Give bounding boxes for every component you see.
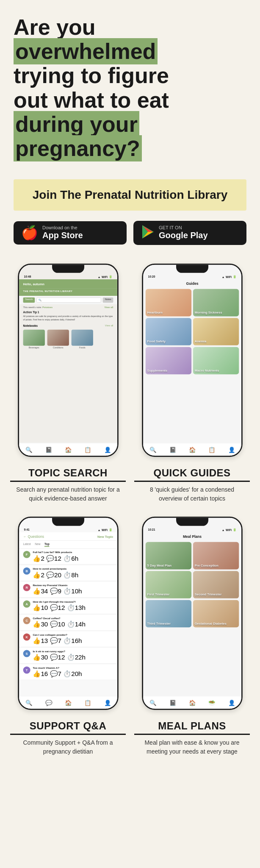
guide-cell-2[interactable]: Morning Sickness: [193, 289, 238, 317]
meal-cell-4[interactable]: Second Trimester: [193, 571, 238, 598]
feature-desc-1: Search any prenatal nutrition topic for …: [10, 485, 126, 503]
guides-grid: Heartburn Morning Sickness Food Safety A…: [143, 288, 241, 375]
guides-title: Guides: [143, 279, 241, 288]
phone-mockup-3: 9:41 ▲WiFi🔋 ← Questions New Topic Latest…: [18, 517, 119, 710]
cta-box: Join The Prenatal Nutrition Library: [14, 179, 246, 211]
guide-cell-6[interactable]: Macro Nutrients: [193, 347, 238, 374]
status-bar-3: 9:41 ▲WiFi🔋: [19, 526, 117, 532]
feature-title-3: SUPPORT Q&A: [10, 720, 126, 735]
qa-item-7[interactable]: S Is it ok to eat runny eggs? 👍30 💬12 ⏱️…: [19, 648, 117, 663]
status-bar-2: 10:20 ▲WiFi🔋: [143, 273, 241, 279]
topic-search-screen: 10:48 ▲WiFi🔋 Hello, autumn THE PRENATAL …: [19, 265, 117, 456]
meal-grid: 5 Day Meal Plan Pre Conception First Tri…: [143, 541, 241, 628]
phone-notch-4: [176, 518, 208, 526]
hero-section: Are you overwhelmed trying to figure out…: [0, 0, 260, 169]
feature-topic-search: 10:48 ▲WiFi🔋 Hello, autumn THE PRENATAL …: [10, 259, 126, 503]
apple-icon: 🍎: [21, 226, 38, 239]
appstore-small-text: Download on the: [42, 225, 83, 230]
appstore-button[interactable]: 🍎 Download on the App Store: [14, 221, 127, 245]
feature-title-4: MEAL PLANS: [134, 720, 250, 735]
google-play-icon: [141, 225, 155, 241]
feature-title-1: TOPIC SEARCH: [10, 467, 126, 482]
guide-cell-1[interactable]: Heartburn: [145, 289, 191, 317]
meal-screen: 10:21 ▲WiFi🔋 Meal Plans 5 Day Meal Plan …: [143, 518, 241, 709]
feature-meal-plans: 10:21 ▲WiFi🔋 Meal Plans 5 Day Meal Plan …: [134, 512, 250, 756]
app-buttons: 🍎 Download on the App Store GET IT ON Go…: [0, 221, 260, 259]
feature-title-2: QUICK GUIDES: [134, 467, 250, 482]
qa-tabs: Latest New Top: [19, 541, 117, 549]
ts-notebooks-header: Notebooks View all: [19, 324, 117, 328]
meal-cell-3[interactable]: First Trimester: [145, 571, 191, 598]
googleplay-small-text: GET IT ON: [159, 225, 208, 230]
meal-cell-1[interactable]: 5 Day Meal Plan: [145, 542, 191, 570]
qa-item-3[interactable]: R Review my Prenatal Vitamin 👍34 💬9 ⏱️10…: [19, 582, 117, 598]
feature-desc-3: Community Support + Q&A from a pregnancy…: [10, 738, 126, 756]
ts-logo-bar: THE PRENATAL NUTRITION LIBRARY: [19, 289, 117, 296]
qa-item-8[interactable]: T Too much Vitamin A? 👍16 💬7 ⏱️20h: [19, 664, 117, 680]
ts-header: Hello, autumn: [19, 279, 117, 289]
feature-quick-guides: 10:20 ▲WiFi🔋 Guides Heartburn Morning Si…: [134, 259, 250, 503]
status-bar-4: 10:21 ▲WiFi🔋: [143, 526, 241, 532]
qa-item-1[interactable]: F Full fat? Low fat? Milk products 👍2 💬1…: [19, 549, 117, 565]
ts-tip-text: All potatoes are safe for pregnancy and …: [19, 314, 117, 323]
status-bar-1: 10:48 ▲WiFi🔋: [19, 273, 117, 279]
qa-header: ← Questions New Topic: [19, 532, 117, 541]
meal-bottom-nav[interactable]: 🔍 📓 🏠 🥗 👤: [143, 696, 241, 708]
guide-cell-3[interactable]: Food Safety: [145, 318, 191, 345]
ts-bottom-nav[interactable]: 🔍 📓 🏠 📋 👤: [19, 442, 117, 455]
phone-notch-1: [52, 265, 84, 273]
meal-cell-2[interactable]: Pre Conception: [193, 542, 238, 570]
feature-desc-2: 8 'quick guides' for a condensed overvie…: [134, 485, 250, 503]
googleplay-button[interactable]: GET IT ON Google Play: [133, 221, 246, 245]
ts-tip-title: Action Tip 1: [19, 310, 117, 314]
qa-item-6[interactable]: K Can I use collagen powder? 👍13 💬7 ⏱️16…: [19, 631, 117, 647]
googleplay-large-text: Google Play: [159, 230, 208, 240]
phone-mockup-4: 10:21 ▲WiFi🔋 Meal Plans 5 Day Meal Plan …: [142, 517, 243, 710]
qa-item-2[interactable]: B How to avoid preeclampsia 👍2 💬20 ⏱️8h: [19, 565, 117, 581]
phone-notch-2: [176, 265, 208, 273]
meal-title: Meal Plans: [143, 532, 241, 541]
ts-search-bar[interactable]: Search 🔍 Notes: [19, 296, 117, 304]
phone-notch-3: [52, 518, 84, 526]
appstore-large-text: App Store: [42, 230, 83, 240]
phone-mockup-1: 10:48 ▲WiFi🔋 Hello, autumn THE PRENATAL …: [18, 264, 119, 457]
meal-cell-6[interactable]: Gestational Diabetes: [193, 600, 238, 627]
hero-title: Are you overwhelmed trying to figure out…: [14, 15, 246, 161]
qa-bottom-nav[interactable]: 🔍 💬 🏠 📋 👤: [19, 696, 117, 708]
qa-screen: 9:41 ▲WiFi🔋 ← Questions New Topic Latest…: [19, 518, 117, 709]
guide-cell-4[interactable]: Anemia: [193, 318, 238, 345]
phone-mockup-2: 10:20 ▲WiFi🔋 Guides Heartburn Morning Si…: [142, 264, 243, 457]
meal-cell-5[interactable]: Third Trimester: [145, 600, 191, 627]
qa-item-4[interactable]: A How do I get through the nausea?! 👍10 …: [19, 598, 117, 614]
guide-cell-5[interactable]: Supplements: [145, 347, 191, 374]
guides-bottom-nav[interactable]: 🔍 📓 🏠 📋 👤: [143, 442, 241, 455]
cta-title: Join The Prenatal Nutrition Library: [24, 188, 236, 202]
ts-notebooks-row: Beverages Conditions Foods: [19, 328, 117, 352]
ts-week-note: This week's note: Potatoes View all: [19, 304, 117, 310]
qa-list: F Full fat? Low fat? Milk products 👍2 💬1…: [19, 549, 117, 680]
guides-screen: 10:20 ▲WiFi🔋 Guides Heartburn Morning Si…: [143, 265, 241, 456]
features-grid: 10:48 ▲WiFi🔋 Hello, autumn THE PRENATAL …: [0, 259, 260, 770]
qa-item-5[interactable]: C Coffee? Decaf coffee? 👍30 💬10 ⏱️14h: [19, 615, 117, 631]
feature-desc-4: Meal plan with ease & know you are meeti…: [134, 738, 250, 756]
feature-support-qa: 9:41 ▲WiFi🔋 ← Questions New Topic Latest…: [10, 512, 126, 756]
